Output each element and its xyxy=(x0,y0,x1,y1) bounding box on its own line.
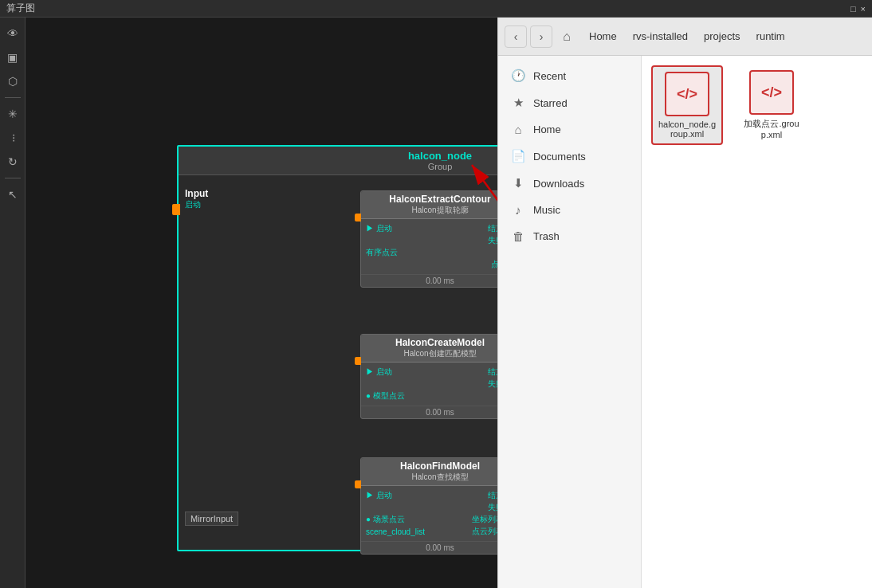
nav-label-downloads: Downloads xyxy=(533,178,584,190)
forward-button[interactable]: › xyxy=(530,25,552,48)
music-icon: ♪ xyxy=(511,203,525,217)
nav-item-home[interactable]: ⌂ Home xyxy=(498,116,641,143)
node1-body: ▶ 启动 结束 ▶ 失败 ▶ 有序点云 点云 ● xyxy=(361,219,519,274)
left-sidebar: 👁 ▣ ⬡ ✳ ⁝ ↻ ↖ xyxy=(0,18,26,588)
sidebar-divider-2 xyxy=(5,178,21,178)
nav-label-music: Music xyxy=(533,204,560,216)
breadcrumb-projects[interactable]: projects xyxy=(696,27,748,45)
node3-port-fail: 失败 ▶ xyxy=(366,502,514,513)
node2-body: ▶ 启动 结束 ▶ 失败 ▶ ● 模型点云 xyxy=(361,363,519,406)
node3-time: 0.00 ms xyxy=(361,541,519,554)
nav-item-recent[interactable]: 🕐 Recent xyxy=(498,62,641,89)
sidebar-divider-1 xyxy=(5,97,21,98)
port2-model-left: ● 模型点云 xyxy=(366,390,405,402)
node-halcon-find-model[interactable]: HalconFindModel Halcon查找模型 ▶ 启动 结束 ▶ 失败 … xyxy=(360,457,520,555)
home-icon-button[interactable]: ⌂ xyxy=(556,25,578,48)
connect-icon[interactable]: ✳ xyxy=(3,104,22,123)
node2-time: 0.00 ms xyxy=(361,406,519,418)
node3-port-scene: ● 场景点云 坐标列表 ▶ xyxy=(366,514,514,525)
mirror-input-label: MirrorInput xyxy=(185,512,238,526)
node1-title: HalconExtractContour xyxy=(363,194,517,205)
minimize-button[interactable]: □ xyxy=(850,4,856,14)
file-item-halcon-node-group[interactable]: halcon_node.group.xml xyxy=(651,65,723,145)
node2-port-start: ▶ 启动 结束 ▶ xyxy=(366,367,514,378)
cursor-icon[interactable]: ↖ xyxy=(3,185,22,204)
file-name-1: halcon_node.group.xml xyxy=(658,120,717,139)
window-controls: □ × xyxy=(850,4,866,14)
node1-port-fail: 失败 ▶ xyxy=(366,235,514,246)
back-button[interactable]: ‹ xyxy=(505,25,527,48)
node3-header: HalconFindModel Halcon查找模型 xyxy=(361,458,519,486)
box-icon[interactable]: ▣ xyxy=(3,48,22,67)
file-dialog: ‹ › ⌂ Home rvs-installed projects runtim… xyxy=(497,18,872,588)
port1-cloud-left: 有序点云 xyxy=(366,247,398,258)
node1-port-pts: 点云 ● xyxy=(366,259,514,270)
node2-left-connector xyxy=(355,357,361,365)
port3-list-left: scene_cloud_list xyxy=(366,527,425,536)
nav-label-recent: Recent xyxy=(533,70,566,82)
node2-subtitle: Halcon创建匹配模型 xyxy=(363,348,517,359)
nav-item-trash[interactable]: 🗑 Trash xyxy=(498,223,641,249)
node1-port-cloud: 有序点云 xyxy=(366,247,514,258)
node1-header: HalconExtractContour Halcon提取轮廓 xyxy=(361,191,519,219)
node1-time: 0.00 ms xyxy=(361,274,519,287)
node3-port-start: ▶ 启动 结束 ▶ xyxy=(366,490,514,501)
node1-left-connector xyxy=(355,214,361,221)
trash-icon: 🗑 xyxy=(511,229,525,243)
nav-item-documents[interactable]: 📄 Documents xyxy=(498,143,641,170)
downloads-icon: ⬇ xyxy=(511,176,525,190)
file-name-2: 加载点云.group.xml xyxy=(740,118,803,139)
breadcrumb-runtim[interactable]: runtim xyxy=(748,27,793,45)
breadcrumb-rvs[interactable]: rvs-installed xyxy=(625,27,696,45)
node2-title: HalconCreateModel xyxy=(363,337,517,348)
node2-port-model: ● 模型点云 xyxy=(366,390,514,402)
dialog-files: halcon_node.group.xml 加载点云.group.xml xyxy=(642,56,872,588)
input-main-label: Input xyxy=(185,188,208,199)
refresh-icon[interactable]: ↻ xyxy=(3,152,22,171)
nav-label-documents: Documents xyxy=(533,151,586,163)
node1-subtitle: Halcon提取轮廓 xyxy=(363,205,517,216)
input-label: Input 启动 xyxy=(185,188,208,210)
home-nav-icon: ⌂ xyxy=(511,123,525,136)
file-icon-1 xyxy=(665,72,709,116)
node1-port-start: ▶ 启动 结束 ▶ xyxy=(366,223,514,234)
nav-label-trash: Trash xyxy=(533,230,560,242)
port3-scene-left: ● 场景点云 xyxy=(366,514,405,525)
dialog-nav: 🕐 Recent ★ Starred ⌂ Home 📄 Documents ⬇ … xyxy=(498,56,642,588)
node-icon[interactable]: ⬡ xyxy=(3,72,22,91)
node2-header: HalconCreateModel Halcon创建匹配模型 xyxy=(361,335,519,363)
file-icon-2 xyxy=(749,70,794,115)
node3-subtitle: Halcon查找模型 xyxy=(363,472,517,483)
nav-label-starred: Starred xyxy=(533,97,568,109)
recent-icon: 🕐 xyxy=(511,69,525,83)
node-halcon-extract-contour[interactable]: HalconExtractContour Halcon提取轮廓 ▶ 启动 结束 … xyxy=(360,190,520,288)
title-bar: 算子图 □ × xyxy=(0,0,872,18)
nav-label-home: Home xyxy=(533,123,561,135)
nav-item-music[interactable]: ♪ Music xyxy=(498,197,641,223)
port2-start-left: ▶ 启动 xyxy=(366,367,392,378)
eye-icon[interactable]: 👁 xyxy=(3,24,22,43)
close-button[interactable]: × xyxy=(861,4,866,14)
breadcrumb: Home rvs-installed projects runtim xyxy=(581,27,793,45)
nav-item-starred[interactable]: ★ Starred xyxy=(498,89,641,116)
node2-port-fail: 失败 ▶ xyxy=(366,378,514,390)
port1-start-left: ▶ 启动 xyxy=(366,223,392,234)
node3-body: ▶ 启动 结束 ▶ 失败 ▶ ● 场景点云 坐标列表 ▶ scene_cloud… xyxy=(361,486,519,541)
node3-port-list: scene_cloud_list 点云列表 ▶ xyxy=(366,526,514,537)
nav-item-downloads[interactable]: ⬇ Downloads xyxy=(498,170,641,197)
input-connector xyxy=(172,204,180,215)
dialog-content: 🕐 Recent ★ Starred ⌂ Home 📄 Documents ⬇ … xyxy=(498,56,872,588)
dots-icon[interactable]: ⁝ xyxy=(3,128,22,147)
breadcrumb-home[interactable]: Home xyxy=(581,27,625,45)
node3-title: HalconFindModel xyxy=(363,461,517,472)
dialog-toolbar: ‹ › ⌂ Home rvs-installed projects runtim xyxy=(498,18,872,56)
port3-start-left: ▶ 启动 xyxy=(366,490,392,501)
documents-icon: 📄 xyxy=(511,149,525,163)
node-halcon-create-model[interactable]: HalconCreateModel Halcon创建匹配模型 ▶ 启动 结束 ▶… xyxy=(360,334,520,419)
file-item-load-cloud[interactable]: 加载点云.group.xml xyxy=(736,65,807,145)
node3-left-connector xyxy=(355,480,361,488)
starred-icon: ★ xyxy=(511,96,525,110)
app-title: 算子图 xyxy=(6,2,35,15)
input-sub-label: 启动 xyxy=(185,199,208,210)
